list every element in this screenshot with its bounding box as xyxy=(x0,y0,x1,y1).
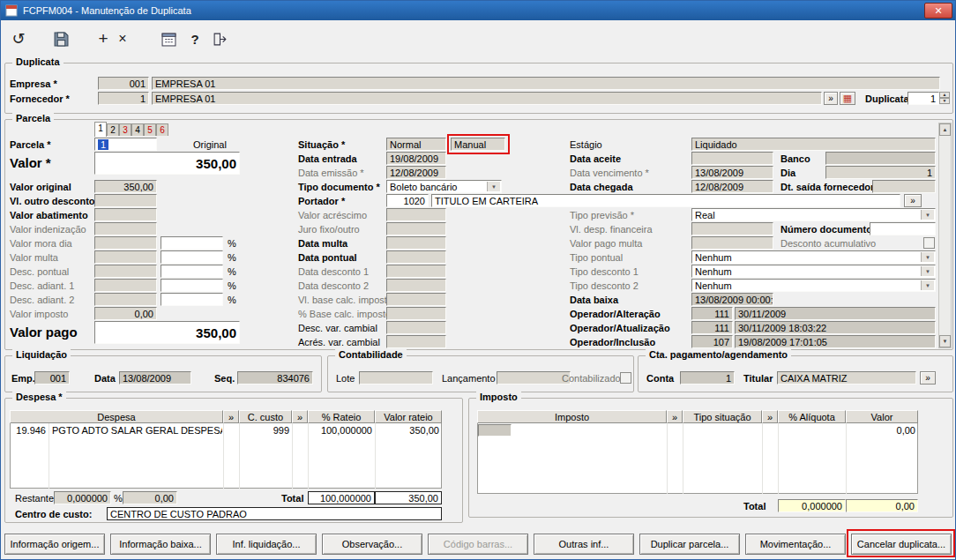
data-vencimento-label: Data vencimento * xyxy=(570,167,649,180)
operador-alteracao-label: Operador/Alteração xyxy=(570,308,661,321)
scroll-up-button[interactable]: ▲ xyxy=(939,123,951,136)
save-button[interactable] xyxy=(50,28,71,49)
despesa-codigo-cell[interactable]: 19.946 xyxy=(10,424,49,437)
desc-adiant-2-field xyxy=(94,293,157,306)
outras-inf-button[interactable]: Outras inf... xyxy=(534,534,634,555)
duplicata-number-field[interactable]: 1 xyxy=(907,92,939,105)
despesa-total-valor-field: 350,00 xyxy=(375,491,442,504)
imposto-column-header[interactable]: Imposto xyxy=(477,410,667,423)
ccusto-more-column-button[interactable]: » xyxy=(292,410,308,423)
imposto-more-column-button[interactable]: » xyxy=(667,410,683,423)
despesa-nome-cell[interactable]: PGTO ADTO SALAR GERAL DESPESAS xyxy=(49,424,222,437)
juro-fixo-field xyxy=(386,222,446,235)
aliquota-column-header[interactable]: % Alíquota xyxy=(778,410,846,423)
spin-down-icon[interactable]: ▼ xyxy=(939,98,950,104)
percent-label: % xyxy=(228,265,236,279)
tipo-desconto-1-label: Tipo desconto 1 xyxy=(570,265,639,279)
column-divider xyxy=(292,423,293,489)
lancamento-field xyxy=(497,371,571,385)
lancamento-label: Lançamento xyxy=(442,372,496,385)
schedule-button[interactable] xyxy=(158,28,179,49)
valor-imposto-label: Valor imposto xyxy=(10,308,68,321)
tab-parcela-3[interactable]: 3 xyxy=(119,123,131,136)
despesa-more-column-button[interactable]: » xyxy=(223,410,239,423)
tab-parcela-4[interactable]: 4 xyxy=(131,123,144,136)
portador-code-field[interactable]: 1020 xyxy=(386,194,429,207)
chevron-down-icon[interactable]: ▼ xyxy=(921,252,934,262)
tab-parcela-6[interactable]: 6 xyxy=(156,123,168,136)
chevron-down-icon[interactable]: ▼ xyxy=(487,182,500,191)
imposto-valor-cell[interactable]: 0,00 xyxy=(846,424,918,437)
desc-pontual-field xyxy=(94,265,157,278)
valor-original-label: Valor original xyxy=(10,181,71,194)
tipo-previsao-select[interactable]: Real ▼ xyxy=(691,208,936,221)
chevron-down-icon[interactable]: ▼ xyxy=(921,210,934,220)
titular-lookup-button[interactable]: » xyxy=(920,371,936,385)
chevron-down-icon[interactable]: ▼ xyxy=(921,280,934,290)
despesa-rateio-cell[interactable]: 100,000000 xyxy=(308,424,375,437)
parcela-scrollbar[interactable]: ▲ ▼ xyxy=(938,123,952,348)
valor-pago-field: 350,00 xyxy=(94,321,240,344)
tipo-situacao-more-column-button[interactable]: » xyxy=(762,410,778,423)
data-entrada-label: Data entrada xyxy=(298,153,357,166)
tipo-pontual-select[interactable]: Nenhum ▼ xyxy=(691,250,936,264)
tab-parcela-2[interactable]: 2 xyxy=(107,123,119,136)
portador-lookup-button[interactable]: » xyxy=(904,194,922,207)
duplicar-parcela-button[interactable]: Duplicar parcela... xyxy=(639,534,740,555)
valor-rateio-column-header[interactable]: Valor rateio xyxy=(375,410,442,423)
valor-mora-dia-pct-field[interactable] xyxy=(161,236,223,250)
dia-label: Dia xyxy=(780,167,795,180)
desc-adiant-2-pct-field[interactable] xyxy=(161,293,223,306)
tipo-previsao-value: Real xyxy=(695,210,715,220)
despesa-ccusto-cell[interactable]: 999 xyxy=(239,424,292,437)
inf-liquidacao-button[interactable]: Inf. liquidação... xyxy=(216,534,317,555)
tipo-documento-select[interactable]: Boleto bancário ▼ xyxy=(386,180,502,193)
valor-mora-dia-label: Valor mora dia xyxy=(10,237,72,250)
data-chegada-field: 12/08/2009 xyxy=(691,180,773,193)
despesa-column-header[interactable]: Despesa xyxy=(10,410,223,423)
numero-documento-field[interactable] xyxy=(870,222,936,235)
close-button[interactable]: ✕ xyxy=(924,3,952,19)
informacao-origem-button[interactable]: Informação origem... xyxy=(4,534,105,555)
valor-pago-multa-field xyxy=(691,236,773,250)
refresh-button[interactable]: ↺ xyxy=(8,28,29,49)
portador-name-field[interactable]: TITULO EM CARTEIRA xyxy=(431,194,900,207)
fornecedor-lookup-button[interactable]: » xyxy=(824,92,838,105)
dt-saida-fornecedor-label: Dt. saída fornecedor xyxy=(780,181,874,194)
valor-multa-field xyxy=(94,250,157,264)
tipo-situacao-column-header[interactable]: Tipo situação xyxy=(683,410,762,423)
desc-adiant-1-pct-field[interactable] xyxy=(161,279,223,292)
informacao-baixa-button[interactable]: Informação baixa... xyxy=(110,534,211,555)
centro-custo-label: Centro de custo: xyxy=(15,508,92,521)
ccusto-column-header[interactable]: C. custo xyxy=(239,410,292,423)
parcela-number-field[interactable]: 1 xyxy=(94,138,157,151)
cancelar-duplicata-button[interactable]: Cancelar duplicata... xyxy=(851,534,952,555)
duplicata-spinner[interactable]: ▲ ▼ xyxy=(939,92,950,105)
despesa-valor-cell[interactable]: 350,00 xyxy=(375,424,442,437)
scroll-down-button[interactable]: ▼ xyxy=(939,335,951,347)
desc-pontual-pct-field[interactable] xyxy=(161,265,223,278)
valor-multa-pct-field[interactable] xyxy=(161,250,223,264)
spin-up-icon[interactable]: ▲ xyxy=(939,92,950,98)
tipo-desconto-2-select[interactable]: Nenhum ▼ xyxy=(691,279,936,292)
rateio-column-header[interactable]: % Rateio xyxy=(308,410,375,423)
delete-button[interactable]: × xyxy=(112,28,133,49)
column-divider xyxy=(762,423,763,494)
valor-abatimento-label: Valor abatimento xyxy=(10,209,88,222)
help-button[interactable]: ? xyxy=(184,28,205,49)
add-button[interactable]: + xyxy=(93,28,114,49)
valor-field[interactable]: 350,00 xyxy=(94,152,240,175)
observacao-button[interactable]: Observação... xyxy=(322,534,422,555)
fornecedor-grid-button[interactable]: ▦ xyxy=(840,92,855,105)
imposto-row-selector-cell[interactable] xyxy=(478,424,512,437)
duplicata-legend: Duplicata xyxy=(12,56,63,67)
tab-parcela-5[interactable]: 5 xyxy=(144,123,156,136)
data-pontual-label: Data pontual xyxy=(298,251,357,265)
situacao-manual-field: Manual xyxy=(451,138,505,151)
exit-button[interactable] xyxy=(209,28,230,49)
tab-parcela-1[interactable]: 1 xyxy=(94,122,107,137)
imposto-valor-column-header[interactable]: Valor xyxy=(846,410,918,423)
chevron-down-icon[interactable]: ▼ xyxy=(921,266,934,276)
tipo-desconto-1-select[interactable]: Nenhum ▼ xyxy=(691,265,936,278)
movimentacao-button[interactable]: Movimentação... xyxy=(745,534,846,555)
